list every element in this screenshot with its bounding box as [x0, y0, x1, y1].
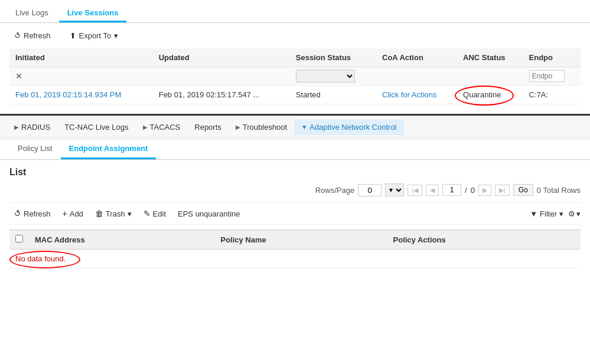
gear-button[interactable]: ⚙ ▾: [568, 209, 581, 218]
session-status-cell: Started: [290, 86, 376, 104]
col-updated: Updated: [153, 48, 290, 67]
rows-per-page-input[interactable]: [358, 184, 382, 196]
tab-endpoint-assignment[interactable]: Endpoint Assignment: [61, 139, 157, 159]
no-data-row: No data found.: [9, 250, 581, 268]
live-sessions-table: Initiated Updated Session Status CoA Act…: [9, 48, 581, 104]
list-toolbar: ↺ Refresh + Add 🗑 Trash ▾ ✎ Edit EPS unq…: [9, 202, 581, 225]
nav-anc[interactable]: ▼ Adaptive Network Control: [294, 119, 403, 135]
tab-policy-list[interactable]: Policy List: [9, 139, 61, 159]
filter-button[interactable]: ▼ Filter ▾: [530, 209, 563, 218]
no-data-message: No data found.: [15, 254, 66, 263]
gear-icon: ⚙: [568, 209, 575, 218]
tab-live-sessions[interactable]: Live Sessions: [59, 5, 127, 22]
trash-dropdown-icon: ▾: [128, 209, 132, 218]
toolbar1: ↺ Refresh ⬆ Export To ▾: [9, 29, 581, 42]
tab-live-logs[interactable]: Live Logs: [7, 5, 57, 22]
last-page-button[interactable]: ▶|: [495, 185, 510, 196]
edit-icon: ✎: [144, 209, 151, 218]
trash-button[interactable]: 🗑 Trash ▾: [90, 206, 136, 221]
clear-filter-button[interactable]: ✕: [15, 71, 22, 81]
dropdown-arrow-icon: ▾: [114, 31, 118, 40]
radius-arrow-icon: ▶: [14, 124, 19, 130]
select-all-checkbox[interactable]: [15, 235, 23, 242]
sub-tabs: Policy List Endpoint Assignment: [0, 139, 590, 160]
filter-dropdown-icon: ▾: [559, 209, 563, 218]
refresh-button-top[interactable]: ↺ Refresh: [9, 29, 56, 42]
anc-section: ▶ RADIUS TC-NAC Live Logs ▶ TACACS Repor…: [0, 116, 590, 276]
go-button[interactable]: Go: [513, 184, 533, 196]
col-endpoint: Endpo: [523, 48, 581, 67]
filter-icon: ▼: [530, 209, 537, 218]
nav-radius[interactable]: ▶ RADIUS: [7, 119, 57, 135]
col-initiated: Initiated: [9, 48, 153, 67]
table-row: Feb 01, 2019 02:15:14.934 PM Feb 01, 201…: [9, 86, 581, 104]
list-title: List: [9, 167, 581, 178]
list-controls: Rows/Page ▾ |◀ ◀ / 0 ▶ ▶| Go 0 Total Row…: [9, 183, 581, 196]
right-tools: ▼ Filter ▾ ⚙ ▾: [530, 209, 581, 218]
troubleshoot-arrow-icon: ▶: [236, 124, 240, 130]
gear-dropdown-icon: ▾: [576, 209, 581, 218]
add-button[interactable]: + Add: [58, 206, 88, 221]
total-pages: 0: [471, 186, 475, 195]
tacacs-arrow-icon: ▶: [143, 124, 148, 130]
section2-body: List Rows/Page ▾ |◀ ◀ / 0 ▶ ▶| Go 0 Tota…: [0, 160, 590, 276]
eps-unquarantine-button[interactable]: EPS unquarantine: [173, 207, 245, 221]
export-button[interactable]: ⬆ Export To ▾: [65, 29, 123, 42]
col-policy-name: Policy Name: [214, 230, 387, 250]
top-tabs: Live Logs Live Sessions: [0, 0, 590, 23]
nav-reports[interactable]: Reports: [187, 119, 229, 135]
page-separator: /: [465, 186, 467, 195]
export-icon: ⬆: [70, 31, 76, 40]
trash-icon: 🗑: [95, 209, 103, 218]
rows-per-page-dropdown[interactable]: ▾: [385, 183, 404, 196]
add-icon: +: [63, 209, 67, 218]
nav-bar: ▶ RADIUS TC-NAC Live Logs ▶ TACACS Repor…: [0, 116, 590, 139]
col-anc-status: ANC Status: [457, 48, 523, 67]
endpoint-assignment-table: MAC Address Policy Name Policy Actions N…: [9, 229, 581, 268]
nav-troubleshoot[interactable]: ▶ Troubleshoot: [229, 119, 294, 135]
rows-per-page-label: Rows/Page: [315, 186, 354, 195]
anc-status-cell: Quarantine: [457, 86, 523, 104]
coa-action-cell[interactable]: Click for Actions: [376, 86, 457, 104]
endpoint-cell: C:7A:: [523, 86, 581, 104]
col-checkbox: [9, 230, 29, 250]
first-page-button[interactable]: |◀: [408, 185, 422, 196]
col-coa-action: CoA Action: [376, 48, 457, 67]
nav-tacacs[interactable]: ▶ TACACS: [136, 119, 188, 135]
nav-tc-nac[interactable]: TC-NAC Live Logs: [57, 119, 135, 135]
updated-cell: Feb 01, 2019 02:15:17.547 ...: [153, 86, 290, 104]
total-rows-label: 0 Total Rows: [537, 186, 581, 195]
next-page-button[interactable]: ▶: [478, 185, 491, 196]
anc-dropdown-icon: ▼: [301, 124, 307, 130]
live-sessions-section: ↺ Refresh ⬆ Export To ▾ Initiated Update…: [0, 23, 590, 116]
col-session-status: Session Status: [290, 48, 376, 67]
filter-row: ✕: [9, 67, 581, 86]
refresh-icon: ↺: [12, 30, 22, 41]
initiated-link[interactable]: Feb 01, 2019 02:15:14.934 PM: [15, 90, 121, 99]
refresh-list-icon: ↺: [12, 208, 23, 219]
endpoint-filter-input[interactable]: [529, 70, 565, 82]
col-policy-actions: Policy Actions: [387, 230, 581, 250]
edit-button[interactable]: ✎ Edit: [139, 206, 171, 221]
page-number-input[interactable]: [442, 184, 461, 196]
refresh-list-button[interactable]: ↺ Refresh: [9, 206, 56, 221]
col-mac-address: MAC Address: [29, 230, 214, 250]
session-status-filter[interactable]: [296, 70, 355, 83]
prev-page-button[interactable]: ◀: [426, 185, 439, 196]
